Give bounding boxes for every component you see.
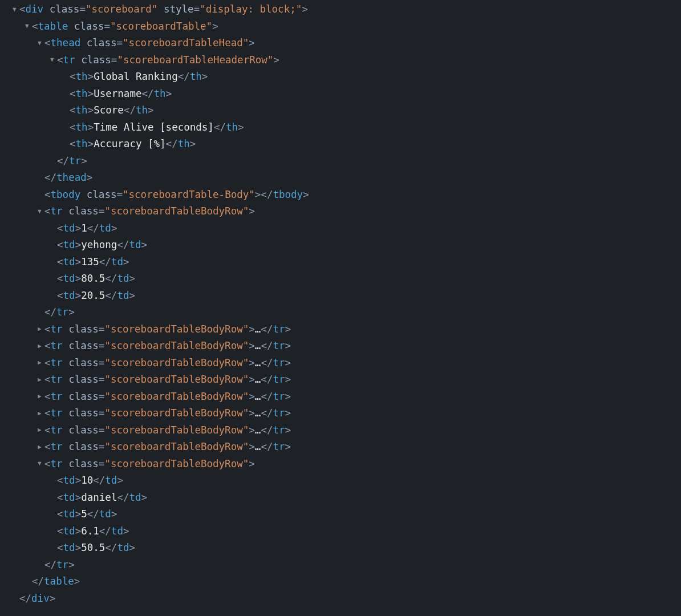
attr-name: class [68, 424, 99, 436]
tag-name: td [111, 525, 123, 537]
attr-value: "scoreboardTableBodyRow" [104, 391, 249, 402]
expand-caret-icon[interactable] [25, 18, 32, 34]
expand-caret-icon[interactable] [38, 422, 44, 438]
caret-spacer [63, 68, 70, 85]
attr-name: class [68, 205, 99, 217]
dom-inspector-tree[interactable]: <div class="scoreboard" style="display: … [0, 1, 681, 607]
attr-name: class [74, 21, 104, 32]
tag-name: tr [51, 374, 63, 385]
expand-caret-icon[interactable] [38, 35, 44, 51]
expand-caret-icon[interactable] [38, 405, 44, 422]
text-content: Global Ranking [94, 71, 178, 82]
node-body-row: <tr class="scoreboardTableBodyRow"> [0, 456, 681, 473]
expand-caret-icon[interactable] [38, 338, 44, 354]
tag-name: th [178, 138, 190, 149]
tag-name: th [76, 138, 88, 149]
node-close-tr: </tr> [0, 557, 681, 574]
node-body-row-collapsed: <tr class="scoreboardTableBodyRow">…</tr… [0, 371, 681, 388]
attr-name: class [68, 407, 99, 419]
tag-name: th [76, 121, 88, 133]
attr-name: class [68, 441, 99, 452]
text-content: 50.5 [81, 542, 105, 553]
tag-name: div [26, 3, 44, 15]
node-div-scoreboard: <div class="scoreboard" style="display: … [0, 1, 681, 18]
expand-caret-icon[interactable] [38, 371, 44, 388]
ellipsis: … [255, 407, 261, 419]
node-body-row-collapsed: <tr class="scoreboardTableBodyRow">…</tr… [0, 405, 681, 422]
caret-spacer [50, 472, 57, 489]
tag-name: th [154, 88, 166, 99]
tag-name: tr [273, 407, 285, 419]
ellipsis: … [255, 391, 261, 402]
caret-spacer [38, 556, 44, 573]
text-content: daniel [81, 492, 117, 503]
node-td: <td>20.5</td> [0, 287, 681, 305]
expand-caret-icon[interactable] [38, 455, 44, 472]
text-content: Time Alive [seconds] [94, 121, 214, 133]
attr-value: "scoreboardTableBodyRow" [104, 424, 249, 436]
tag-name: td [63, 222, 75, 234]
attr-value: "scoreboardTableBodyRow" [104, 458, 249, 469]
tag-name: tr [51, 323, 63, 335]
attr-name: class [68, 374, 99, 385]
caret-spacer [50, 506, 57, 522]
tag-name: div [31, 593, 50, 604]
tag-name: tr [273, 323, 285, 335]
caret-spacer [38, 186, 44, 202]
tag-name: td [111, 256, 123, 268]
caret-spacer [13, 590, 19, 606]
node-body-row-collapsed: <tr class="scoreboardTableBodyRow">…</tr… [0, 388, 681, 406]
attr-name: class [50, 3, 80, 15]
caret-spacer [63, 119, 70, 135]
tag-name: tr [273, 424, 285, 436]
attr-value: "display: block;" [200, 3, 302, 15]
tag-name: th [136, 104, 148, 116]
ellipsis: … [255, 340, 261, 351]
expand-caret-icon[interactable] [38, 354, 44, 371]
attr-value: "scoreboardTableBodyRow" [104, 407, 249, 419]
node-close-tr: </tr> [0, 304, 681, 321]
node-tbody-empty: <tbody class="scoreboardTable-Body"></tb… [0, 187, 681, 204]
text-content: 5 [81, 508, 87, 520]
tag-name: td [129, 239, 141, 250]
text-content: Score [94, 104, 124, 116]
expand-caret-icon[interactable] [38, 321, 44, 337]
tag-name: td [117, 542, 129, 553]
tag-name: td [99, 222, 111, 234]
tag-name: td [99, 508, 111, 520]
expand-caret-icon[interactable] [38, 203, 44, 220]
node-td: <td>80.5</td> [0, 270, 681, 287]
tag-name: td [63, 273, 75, 284]
node-body-row-collapsed: <tr class="scoreboardTableBodyRow">…</tr… [0, 439, 681, 456]
expand-caret-icon[interactable] [13, 1, 19, 18]
attr-name: class [87, 189, 117, 200]
tag-name: thead [51, 37, 81, 48]
caret-spacer [63, 136, 70, 152]
tag-name: td [63, 256, 75, 268]
tag-name: tbody [273, 189, 303, 200]
expand-caret-icon[interactable] [50, 51, 57, 68]
tag-name: table [38, 21, 68, 32]
ellipsis: … [255, 424, 261, 436]
attr-name: class [68, 340, 99, 351]
expand-caret-icon[interactable] [38, 439, 44, 455]
tag-name: td [129, 492, 141, 503]
text-content: 135 [81, 256, 99, 268]
caret-spacer [50, 522, 57, 539]
tag-name: td [63, 508, 75, 520]
attr-value: "scoreboardTableHeaderRow" [117, 54, 273, 66]
tag-name: th [76, 88, 88, 99]
node-td: <td>6.1</td> [0, 523, 681, 540]
tag-name: th [76, 104, 88, 116]
node-td: <td>5</td> [0, 506, 681, 523]
attr-value: "scoreboardTableBodyRow" [104, 374, 249, 385]
expand-caret-icon[interactable] [38, 388, 44, 404]
tag-name: tr [51, 458, 63, 469]
node-td: <td>135</td> [0, 254, 681, 271]
caret-spacer [50, 253, 57, 270]
node-body-row-collapsed: <tr class="scoreboardTableBodyRow">…</tr… [0, 355, 681, 372]
tag-name: td [63, 239, 75, 250]
node-close-table: </table> [0, 573, 681, 590]
node-td: <td>10</td> [0, 472, 681, 489]
tag-name: tr [51, 407, 63, 419]
